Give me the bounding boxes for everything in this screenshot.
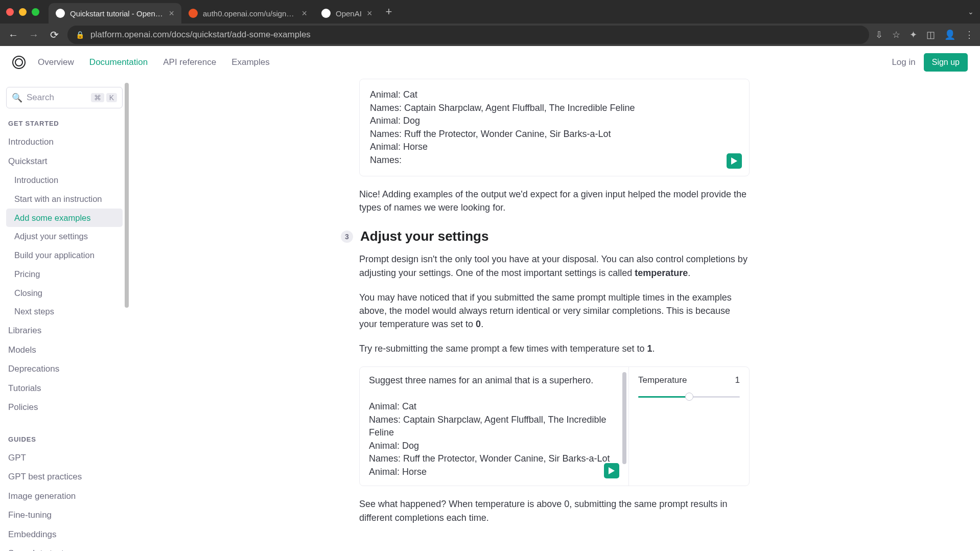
temperature-row: Temperature 1 (638, 375, 740, 385)
text-span: Try re-submitting the same prompt a few … (359, 343, 647, 354)
nav-api-reference[interactable]: API reference (163, 57, 216, 67)
browser-tab[interactable]: auth0.openai.com/u/signup/id × (181, 3, 314, 24)
profile-icon[interactable]: 👤 (944, 29, 955, 40)
sidebar: 🔍 Search ⌘ K GET STARTED Introduction Qu… (0, 79, 129, 551)
heading-adjust-settings: Adjust your settings (360, 228, 488, 244)
article: Animal: Cat Names: Captain Sharpclaw, Ag… (348, 79, 761, 524)
text-span: . (688, 268, 690, 278)
nav-overview[interactable]: Overview (38, 57, 74, 67)
search-icon: 🔍 (12, 93, 22, 103)
kbd-key: K (106, 93, 117, 102)
toolbar-right: ⇩ ☆ ✦ ◫ 👤 ⋮ (875, 29, 974, 40)
run-button[interactable] (727, 153, 742, 169)
login-link[interactable]: Log in (892, 57, 915, 67)
close-icon[interactable]: × (367, 8, 372, 19)
sidebar-item-qs-build[interactable]: Build your application (6, 246, 123, 265)
paragraph-try: Try re-submitting the same prompt a few … (359, 342, 750, 355)
prompt-text[interactable]: Suggest three names for an animal that i… (360, 367, 622, 486)
browser-toolbar: ← → ⟳ 🔒 platform.openai.com/docs/quickst… (0, 24, 980, 46)
close-icon[interactable]: × (301, 8, 307, 19)
sidebar-item-qs-introduction[interactable]: Introduction (6, 171, 123, 190)
search-shortcut: ⌘ K (91, 93, 117, 102)
menu-icon[interactable]: ⋮ (965, 29, 974, 40)
scrollbar-thumb[interactable] (125, 83, 129, 308)
main-content: Animal: Cat Names: Captain Sharpclaw, Ag… (129, 79, 980, 551)
window-maximize-button[interactable] (32, 8, 39, 16)
play-icon (609, 467, 615, 474)
sidebar-item-qs-start[interactable]: Start with an instruction (6, 190, 123, 209)
sidebar-item-models[interactable]: Models (6, 340, 123, 360)
browser-tab[interactable]: OpenAI × (314, 3, 379, 24)
sidebar-item-speech[interactable]: Speech to text (6, 544, 123, 551)
browser-tabs: Quickstart tutorial - OpenAI A × auth0.o… (49, 0, 968, 24)
paragraph-noticed: You may have noticed that if you submitt… (359, 291, 750, 331)
primary-nav: Overview Documentation API reference Exa… (38, 57, 270, 67)
sidebar-item-qs-next[interactable]: Next steps (6, 302, 123, 321)
sidebar-item-policies[interactable]: Policies (6, 398, 123, 417)
temperature-slider[interactable] (638, 393, 740, 401)
app-header: Overview Documentation API reference Exa… (0, 46, 980, 79)
search-placeholder: Search (27, 93, 54, 103)
window-controls (6, 8, 39, 16)
extensions-icon[interactable]: ✦ (909, 29, 917, 40)
window-close-button[interactable] (6, 8, 14, 16)
kbd-mod: ⌘ (91, 93, 104, 102)
tab-title: auth0.openai.com/u/signup/id (203, 9, 296, 18)
favicon-icon (189, 9, 198, 18)
forward-button[interactable]: → (27, 29, 41, 41)
openai-logo-icon[interactable] (12, 56, 26, 69)
bookmark-icon[interactable]: ☆ (892, 29, 900, 40)
nav-examples[interactable]: Examples (231, 57, 270, 67)
sidebar-item-libraries[interactable]: Libraries (6, 321, 123, 340)
scrollbar-thumb[interactable] (622, 372, 626, 464)
sidebar-item-image-gen[interactable]: Image generation (6, 487, 123, 506)
tab-title: OpenAI (336, 9, 362, 18)
favicon-icon (321, 9, 331, 18)
sidebar-item-qs-pricing[interactable]: Pricing (6, 265, 123, 284)
sidebar-item-gpt[interactable]: GPT (6, 448, 123, 468)
run-button[interactable] (604, 463, 619, 478)
prompt-text[interactable]: Animal: Cat Names: Captain Sharpclaw, Ag… (370, 88, 739, 167)
sidepanel-icon[interactable]: ◫ (926, 29, 935, 40)
temperature-label: Temperature (638, 375, 687, 385)
example-prompt-card-2: Suggest three names for an animal that i… (359, 366, 750, 486)
slider-thumb[interactable] (685, 393, 693, 401)
address-bar[interactable]: 🔒 platform.openai.com/docs/quickstart/ad… (67, 26, 869, 44)
bold-temperature: temperature (635, 268, 688, 278)
reload-button[interactable]: ⟳ (47, 29, 61, 41)
example-prompt-card-1: Animal: Cat Names: Captain Sharpclaw, Ag… (359, 79, 750, 176)
settings-panel: Temperature 1 (628, 367, 749, 486)
prompt-panel: Suggest three names for an animal that i… (360, 367, 628, 486)
sidebar-item-qs-add-examples[interactable]: Add some examples (6, 209, 123, 227)
lock-icon: 🔒 (76, 31, 84, 39)
sidebar-item-qs-adjust[interactable]: Adjust your settings (6, 227, 123, 246)
paragraph-prompt-design: Prompt design isn't the only tool you ha… (359, 252, 750, 279)
install-icon[interactable]: ⇩ (875, 29, 883, 40)
play-icon (731, 157, 737, 165)
sidebar-item-tutorials[interactable]: Tutorials (6, 379, 123, 398)
window-minimize-button[interactable] (19, 8, 27, 16)
sidebar-item-qs-closing[interactable]: Closing (6, 284, 123, 303)
back-button[interactable]: ← (6, 29, 20, 41)
sidebar-item-quickstart[interactable]: Quickstart (6, 152, 123, 171)
nav-documentation[interactable]: Documentation (89, 57, 148, 67)
new-tab-button[interactable]: + (379, 5, 398, 18)
paragraph-see: See what happened? When temperature is a… (359, 497, 750, 524)
sidebar-item-gpt-best[interactable]: GPT best practices (6, 467, 123, 487)
signup-button[interactable]: Sign up (924, 53, 968, 72)
sidebar-item-introduction[interactable]: Introduction (6, 132, 123, 152)
sidebar-item-deprecations[interactable]: Deprecations (6, 359, 123, 379)
slider-fill (638, 396, 689, 398)
section-title-guides: GUIDES (8, 435, 121, 443)
search-input[interactable]: 🔍 Search ⌘ K (6, 87, 123, 108)
chevron-down-icon[interactable]: ⌄ (968, 8, 974, 16)
close-icon[interactable]: × (169, 8, 174, 19)
sidebar-scrollbar[interactable] (125, 83, 129, 547)
browser-tab-active[interactable]: Quickstart tutorial - OpenAI A × (49, 3, 181, 24)
step-badge: 3 (341, 231, 353, 243)
text-span: . (481, 319, 483, 329)
titlebar: Quickstart tutorial - OpenAI A × auth0.o… (0, 0, 980, 24)
inner-scrollbar[interactable] (622, 372, 626, 480)
sidebar-item-fine-tuning[interactable]: Fine-tuning (6, 506, 123, 525)
sidebar-item-embeddings[interactable]: Embeddings (6, 525, 123, 544)
